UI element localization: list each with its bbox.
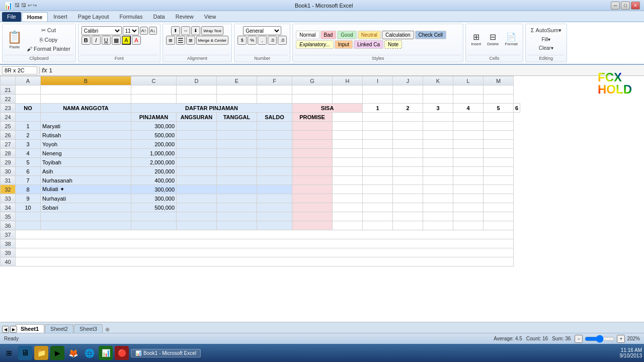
cell-e28[interactable] — [217, 149, 257, 158]
decrease-font-button[interactable]: A↓ — [149, 27, 157, 35]
row-header-40[interactable]: 40 — [1, 257, 16, 266]
cell-c28[interactable]: 1,000,000 — [131, 149, 177, 158]
cell-k32[interactable] — [423, 185, 453, 194]
cell-h30[interactable] — [333, 167, 363, 176]
cell-j30[interactable] — [393, 167, 423, 176]
cell-i34[interactable] — [363, 203, 393, 212]
cell-j35[interactable] — [393, 212, 423, 221]
cell-c36[interactable] — [131, 221, 177, 230]
style-neutral[interactable]: Neutral — [358, 31, 381, 39]
cell-l29[interactable] — [453, 158, 484, 167]
cell-h24[interactable] — [333, 113, 363, 122]
increase-decimal-button[interactable]: .0 — [268, 36, 277, 45]
cell-f27[interactable] — [257, 140, 292, 149]
cell-c30[interactable]: 200,000 — [131, 167, 177, 176]
cell-k24[interactable] — [423, 113, 453, 122]
cell-b24[interactable] — [41, 113, 131, 122]
col-header-j[interactable]: J — [393, 76, 423, 85]
cell-f28[interactable] — [257, 149, 292, 158]
red-app-button[interactable]: 🔴 — [115, 346, 129, 360]
cell-g25[interactable] — [292, 122, 333, 131]
cell-h34[interactable] — [333, 203, 363, 212]
insert-cell-button[interactable]: ⊞Insert — [469, 32, 483, 47]
cell-m32[interactable] — [484, 185, 514, 194]
cell-c34[interactable]: 500,000 — [131, 203, 177, 212]
zoom-in-button[interactable]: + — [617, 335, 625, 343]
cell-a36[interactable] — [16, 221, 41, 230]
sheet-scroll-area[interactable]: A B C D E F G H I J K L M — [0, 76, 644, 322]
cell-a27[interactable]: 3 — [16, 140, 41, 149]
cell-m23[interactable]: 6 — [514, 104, 520, 113]
cell-f26[interactable] — [257, 131, 292, 140]
cell-a30[interactable]: 6 — [16, 167, 41, 176]
cell-f22[interactable] — [257, 95, 292, 104]
cell-f32[interactable] — [257, 185, 292, 194]
cell-j28[interactable] — [393, 149, 423, 158]
cell-a28[interactable]: 4 — [16, 149, 41, 158]
cell-e29[interactable] — [217, 158, 257, 167]
cell-i29[interactable] — [363, 158, 393, 167]
col-header-h[interactable]: H — [333, 76, 363, 85]
cell-e32[interactable] — [217, 185, 257, 194]
cell-k28[interactable] — [423, 149, 453, 158]
cell-b26[interactable]: Rutisah — [41, 131, 131, 140]
cell-k30[interactable] — [423, 167, 453, 176]
cell-b35[interactable] — [41, 212, 131, 221]
style-good[interactable]: Good — [337, 31, 356, 39]
cell-j36[interactable] — [393, 221, 423, 230]
align-right-button[interactable]: ≡ — [186, 36, 195, 45]
cell-i33[interactable] — [363, 194, 393, 203]
row-header-35[interactable]: 35 — [1, 212, 16, 221]
zoom-out-button[interactable]: − — [575, 335, 583, 343]
cell-l28[interactable] — [453, 149, 484, 158]
tab-view[interactable]: View — [199, 12, 221, 22]
cell-e25[interactable] — [217, 122, 257, 131]
cell-e22[interactable] — [217, 95, 257, 104]
tab-review[interactable]: Review — [171, 12, 199, 22]
format-cell-button[interactable]: 📄Format — [503, 32, 519, 47]
cell-b33[interactable]: Nurhayati — [41, 194, 131, 203]
cell-j31[interactable] — [393, 176, 423, 185]
cell-c25[interactable]: 300,000 — [131, 122, 177, 131]
cell-f35[interactable] — [257, 212, 292, 221]
cell-e34[interactable] — [217, 203, 257, 212]
ie-button[interactable]: 🖥 — [18, 346, 32, 360]
cell-k35[interactable] — [423, 212, 453, 221]
cell-h28[interactable] — [333, 149, 363, 158]
cell-j32[interactable] — [393, 185, 423, 194]
cell-c26[interactable]: 500,000 — [131, 131, 177, 140]
cell-d35[interactable] — [177, 212, 217, 221]
cell-l33[interactable] — [453, 194, 484, 203]
cell-g31[interactable] — [292, 176, 333, 185]
cell-g26[interactable] — [292, 131, 333, 140]
cell-h26[interactable] — [333, 131, 363, 140]
excel-taskbar-button[interactable]: 📊 — [99, 346, 113, 360]
cell-b29[interactable]: Toyibah — [41, 158, 131, 167]
cell-h25[interactable] — [333, 122, 363, 131]
cell-k26[interactable] — [423, 131, 453, 140]
cell-i26[interactable] — [363, 131, 393, 140]
sheet-tab-2[interactable]: Sheet2 — [45, 324, 73, 333]
cell-d31[interactable] — [177, 176, 217, 185]
cell-i35[interactable] — [363, 212, 393, 221]
cell-g27[interactable] — [292, 140, 333, 149]
cell-e35[interactable] — [217, 212, 257, 221]
cell-k36[interactable] — [423, 221, 453, 230]
cell-row39[interactable] — [16, 248, 514, 257]
cell-a35[interactable] — [16, 212, 41, 221]
cell-d24[interactable]: ANGSURAN — [177, 113, 217, 122]
cell-f25[interactable] — [257, 122, 292, 131]
row-header-38[interactable]: 38 — [1, 239, 16, 248]
cell-j27[interactable] — [393, 140, 423, 149]
cell-d36[interactable] — [177, 221, 217, 230]
style-check-cell[interactable]: Check Cell — [415, 31, 446, 39]
cell-c27[interactable]: 200,000 — [131, 140, 177, 149]
row-header-26[interactable]: 26 — [1, 131, 16, 140]
cell-m28[interactable] — [484, 149, 514, 158]
row-header-25[interactable]: 25 — [1, 122, 16, 131]
cell-c21[interactable] — [131, 85, 177, 95]
cell-d28[interactable] — [177, 149, 217, 158]
tab-insert[interactable]: Insert — [48, 12, 72, 22]
cell-a33[interactable]: 9 — [16, 194, 41, 203]
cell-g33[interactable] — [292, 194, 333, 203]
